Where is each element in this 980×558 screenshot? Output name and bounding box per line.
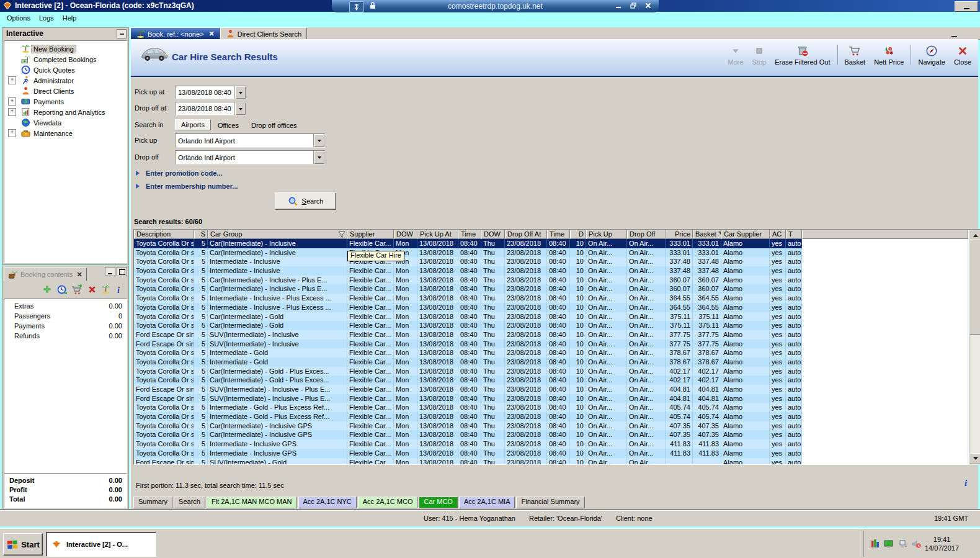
filter-funnel-icon[interactable] (338, 231, 345, 239)
close-icon[interactable]: ✕ (75, 271, 82, 279)
sidebar-item-maintenance[interactable]: +Maintenance (4, 128, 127, 138)
navigate-button[interactable]: Navigate (914, 43, 949, 66)
column-header-basket[interactable]: Basket (693, 230, 721, 239)
refresh-clock-icon[interactable] (56, 284, 67, 295)
table-row[interactable]: Ford Escape Or simila...5SUV(Intermediat… (134, 330, 968, 340)
start-button[interactable]: Start (3, 533, 43, 556)
rdp-close-icon[interactable] (644, 1, 653, 10)
search-button[interactable]: Search (275, 192, 336, 210)
chevron-down-icon[interactable] (234, 86, 246, 99)
dropoff-combo[interactable]: Orlando Intl Airport (175, 150, 325, 164)
sidebar-item-administrator[interactable]: +Administrator (4, 75, 127, 86)
taskbar-app-button[interactable]: Interactive [2] - O... (46, 532, 156, 557)
info-icon[interactable]: i (115, 285, 122, 294)
column-header-car-supplier[interactable]: Car Supplier (721, 230, 770, 239)
table-row[interactable]: Toyota Corolla Or si...5Car(Intermediate… (134, 367, 968, 376)
section-tab-flt-2a-1c-man-mco-man[interactable]: Flt 2A,1C MAN MCO MAN (207, 497, 297, 508)
column-header-dow-2[interactable]: DOW (481, 230, 505, 239)
scrollbar-thumb[interactable] (969, 240, 980, 335)
table-row[interactable]: Toyota Corolla Or si...5Intermediate - I… (134, 439, 968, 449)
dropoff-at-combo[interactable]: 23/08/2018 08:40 (175, 102, 246, 115)
section-tab-acc-2a-1c-mco[interactable]: Acc 2A,1C MCO (358, 497, 418, 508)
expand-toggle[interactable]: + (8, 76, 16, 84)
chevron-down-icon[interactable] (234, 102, 246, 115)
table-row[interactable]: Toyota Corolla Or si...5Intermediate - I… (134, 266, 968, 276)
panel-maximize-button[interactable] (117, 267, 127, 276)
search-in-tab-offices[interactable]: Offices (212, 120, 244, 130)
table-row[interactable]: Toyota Corolla Or si...5Car(Intermediate… (134, 321, 968, 330)
cart-arrow-icon[interactable] (71, 284, 83, 295)
column-header-price[interactable]: Price (666, 230, 693, 239)
section-tab-financial-summary[interactable]: Financial Summary (516, 497, 584, 508)
palm-icon[interactable] (101, 285, 110, 294)
table-row[interactable]: Ford Escape Or simila...5SUV(Intermediat… (134, 458, 968, 465)
section-tab-search[interactable]: Search (174, 497, 205, 508)
section-tab-summary[interactable]: Summary (133, 497, 172, 508)
section-tab-car-mco[interactable]: Car MCO (419, 497, 457, 508)
rdp-restore-icon[interactable] (629, 1, 638, 10)
column-header-time-2[interactable]: Time (547, 230, 570, 239)
table-row[interactable]: Ford Escape Or simila...5SUV(Intermediat… (134, 394, 968, 403)
search-in-tab-drop-off-offices[interactable]: Drop off offices (246, 120, 303, 130)
search-in-tab-airports[interactable]: Airports (175, 119, 211, 130)
scroll-down-button[interactable] (969, 453, 980, 464)
column-header-supplier[interactable]: Supplier (347, 230, 394, 239)
sidebar-item-viewdata[interactable]: Viewdata (4, 117, 127, 128)
table-row[interactable]: Toyota Corolla Or si...5Car(Intermediate… (134, 376, 968, 385)
column-header-d[interactable]: D (570, 230, 586, 239)
sidebar-item-reporting-and-analytics[interactable]: +Reporting and Analytics (4, 107, 127, 117)
tabstrip-minimize-button[interactable] (951, 31, 960, 37)
table-row[interactable]: Toyota Corolla Or si...5Car(Intermediate… (134, 284, 968, 294)
sidebar-item-completed-bookings[interactable]: Completed Bookings (4, 54, 127, 65)
vertical-scrollbar[interactable] (969, 230, 980, 464)
column-header-pick-up-at[interactable]: Pick Up At (417, 230, 458, 239)
column-header-drop-off-at[interactable]: Drop Off At (505, 230, 547, 239)
close-tab-icon[interactable]: ✕ (207, 30, 215, 38)
table-row[interactable]: Toyota Corolla Or si...5Intermediate - G… (134, 348, 968, 358)
table-row[interactable]: Ford Escape Or simila...5SUV(Intermediat… (134, 340, 968, 349)
panel-collapse-button[interactable] (117, 29, 127, 38)
column-header-dow[interactable]: DOW (394, 230, 417, 239)
column-header-description[interactable]: Description (134, 230, 194, 239)
sidebar-item-payments[interactable]: +$Payments (4, 96, 127, 107)
window-minimize-button[interactable] (955, 1, 978, 12)
table-row[interactable]: Toyota Corolla Or si...5Intermediate - G… (134, 412, 968, 421)
info-icon[interactable]: i (961, 478, 971, 488)
membership-number-expander[interactable]: Enter membership number... (136, 182, 238, 190)
table-row[interactable]: Toyota Corolla Or si...5Intermediate - I… (134, 294, 968, 303)
display-icon[interactable] (884, 539, 894, 549)
table-row[interactable]: Toyota Corolla Or si...5Car(Intermediate… (134, 430, 968, 439)
tab-direct-clients-search[interactable]: Direct Clients Search (220, 27, 307, 40)
column-header-time[interactable]: Time (458, 230, 481, 239)
table-row[interactable]: Toyota Corolla Or si...5Intermediate - I… (134, 303, 968, 312)
promotion-code-expander[interactable]: Enter promotion code... (136, 169, 222, 177)
table-row[interactable]: Toyota Corolla Or si...5Car(Intermediate… (134, 248, 968, 258)
section-tab-acc-2a-1c-mia[interactable]: Acc 2A,1C MIA (459, 497, 515, 508)
expand-toggle[interactable]: + (8, 108, 16, 116)
antivirus-icon[interactable] (870, 539, 880, 549)
expand-toggle[interactable]: + (8, 129, 16, 137)
table-row[interactable]: Toyota Corolla Or si...5Car(Intermediate… (134, 276, 968, 285)
tab-book-ref-none[interactable]: Book. ref.: <none>✕ (130, 27, 220, 40)
table-row[interactable]: Ford Escape Or simila...5SUV(Intermediat… (134, 385, 968, 394)
chevron-down-icon[interactable] (313, 134, 324, 147)
close-button[interactable]: Close (950, 43, 976, 66)
column-header-ac[interactable]: AC (770, 230, 786, 239)
rdp-minimize-icon[interactable] (614, 1, 623, 10)
table-row[interactable]: Toyota Corolla Or si...5Intermediate - I… (134, 449, 968, 458)
table-row[interactable]: Toyota Corolla Or si...5Car(Intermediate… (134, 421, 968, 431)
column-header-s[interactable]: S (194, 230, 208, 239)
column-header-t[interactable]: T (786, 230, 802, 239)
menu-logs[interactable]: Logs (36, 13, 60, 23)
sidebar-item-direct-clients[interactable]: Direct Clients (4, 86, 127, 96)
booking-contents-tab[interactable]: Booking contents ✕ (4, 268, 87, 281)
add-icon[interactable] (42, 284, 52, 294)
pickup-combo[interactable]: Orlando Intl Airport (175, 133, 325, 148)
delete-icon[interactable] (87, 285, 97, 294)
column-header-pick-up[interactable]: Pick Up (586, 230, 627, 239)
column-header-car-group[interactable]: Car Group (208, 230, 347, 239)
table-row[interactable]: Toyota Corolla Or si...5Car(Intermediate… (134, 239, 968, 248)
pickup-at-combo[interactable]: 13/08/2018 08:40 (175, 86, 246, 99)
volume-muted-icon[interactable] (911, 539, 921, 549)
column-header-drop-off[interactable]: Drop Off (627, 230, 666, 239)
